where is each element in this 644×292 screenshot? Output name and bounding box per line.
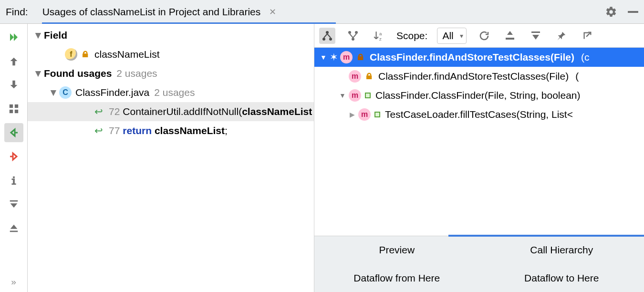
group-icon[interactable] [4,99,23,118]
left-action-gutter: » [0,24,28,292]
callee-hierarchy-icon[interactable] [319,28,335,44]
tab-preview[interactable]: Preview [314,236,479,264]
right-bottom-tabs: Preview Call Hierarchy Dataflow from Her… [314,236,644,292]
chevron-down-icon: ▼ [317,53,330,61]
file-node[interactable]: ▼ C ClassFinder.java 2 usages [28,83,314,102]
close-tab-icon[interactable]: ✕ [269,7,276,17]
more-icon[interactable]: » [11,277,16,287]
field-name: classNameList [94,49,160,60]
svg-rect-6 [11,183,16,185]
right-panel: az Scope: All ▼ [314,24,644,292]
next-occurrence-icon[interactable] [4,147,23,166]
tab-dataflow-from[interactable]: Dataflow from Here [314,264,479,292]
svg-rect-18 [506,38,514,40]
lock-icon: 🔒︎ [81,50,90,60]
svg-point-10 [326,31,329,34]
arrow-down-icon[interactable] [4,75,23,94]
scope-select[interactable]: All [437,28,466,44]
hier-row-3[interactable]: ▼ m ClassFinder.ClassFinder(File, String… [314,86,644,105]
info-icon[interactable] [4,171,23,190]
call-hierarchy-tree: ▼ ✶ m 🔒︎ ClassFinder.findAndStoreTestCla… [314,48,644,236]
usage-line-72[interactable]: ↩ 72 ContainerUtil.addIfNotNull( classNa… [28,102,314,121]
svg-rect-4 [13,177,15,178]
keyword: return [123,125,152,136]
highlighted-usage: classNameList [242,106,312,117]
code-prefix: ContainerUtil.addIfNotNull( [123,106,242,117]
file-name: ClassFinder.java [75,87,149,98]
find-header: Find: Usages of classNameList in Project… [0,0,644,24]
svg-point-13 [352,38,354,41]
method-icon: m [358,108,371,121]
code-suffix: ; [225,125,228,136]
autoscroll-icon[interactable] [502,28,518,44]
refresh-icon[interactable] [476,28,492,44]
find-label: Find: [6,6,40,18]
scope-label: Scope: [396,30,427,42]
chevron-down-icon: ▼ [336,92,349,99]
field-section[interactable]: ▼ Field [28,26,314,45]
tab-dataflow-to[interactable]: Dataflow to Here [479,264,644,292]
method-icon: m [349,89,361,102]
hier-pkg: (c [581,52,590,63]
found-usages-label: Found usages [44,68,112,79]
expand-top-icon[interactable] [4,195,23,214]
svg-text:a: a [379,31,382,36]
export-icon[interactable] [579,28,595,44]
hier-method-name: ClassFinder.ClassFinder(File, String, bo… [375,90,581,101]
arrow-up-icon[interactable] [4,52,23,71]
svg-rect-7 [11,178,14,180]
method-icon: m [340,51,353,63]
hier-pkg: ( [575,71,579,82]
svg-point-11 [322,38,325,41]
expand-bottom-icon[interactable] [4,219,23,238]
svg-text:z: z [379,36,382,41]
lock-icon: 🔒︎ [356,52,365,63]
write-access-icon: ↩ [94,106,103,117]
found-usages-section[interactable]: ▼ Found usages 2 usages [28,64,314,83]
expand-all-icon[interactable] [528,28,544,44]
chevron-down-icon: ▼ [32,68,44,79]
hier-method-name: ClassFinder.findAndStoreTestClasses(File… [378,71,569,82]
find-tab-title[interactable]: Usages of classNameList in Project and L… [40,5,264,19]
public-icon [374,112,380,117]
field-item[interactable]: f 🔒︎ classNameList [28,45,314,64]
svg-point-12 [329,38,332,41]
hier-root-row[interactable]: ▼ ✶ m 🔒︎ ClassFinder.findAndStoreTestCla… [314,48,644,67]
gear-icon[interactable] [605,6,617,18]
svg-rect-9 [10,231,18,232]
usage-line-77[interactable]: ↩ 77 return classNameList ; [28,121,314,140]
public-icon [365,93,371,98]
chevron-down-icon: ▼ [48,87,59,98]
file-usage-count: 2 usages [154,87,195,98]
pin-icon[interactable] [553,28,570,44]
scope-value: All [442,30,453,42]
line-number: 72 [109,106,120,117]
svg-rect-2 [9,110,12,113]
hierarchy-toolbar: az Scope: All [314,24,644,48]
prev-occurrence-icon[interactable] [4,123,23,142]
field-icon: f [65,48,77,61]
highlighted-usage: classNameList [155,125,225,136]
write-access-icon: ↩ [94,125,103,136]
method-icon: m [349,70,361,83]
line-number: 77 [109,125,120,136]
svg-rect-3 [14,110,18,113]
tab-call-hierarchy[interactable]: Call Hierarchy [479,236,644,264]
svg-point-15 [355,31,358,34]
svg-rect-8 [10,200,18,202]
field-section-label: Field [44,30,67,41]
minimize-icon[interactable] [628,11,638,13]
caller-hierarchy-icon[interactable] [345,28,361,44]
usages-tree: ▼ Field f 🔒︎ classNameList ▼ Found usage… [28,24,314,292]
sort-alpha-icon[interactable]: az [371,28,387,44]
hier-row-4[interactable]: ▶ m TestCaseLoader.fillTestCases(String,… [314,105,644,124]
class-icon: C [59,86,72,99]
chevron-right-icon: ▶ [346,111,358,118]
svg-point-14 [348,31,351,34]
active-tab-indicator [448,235,644,237]
rerun-icon[interactable] [4,28,23,47]
svg-rect-19 [531,31,540,33]
found-usages-count: 2 usages [116,68,157,79]
hier-row-2[interactable]: m 🔒︎ ClassFinder.findAndStoreTestClasses… [314,67,644,86]
svg-rect-1 [14,104,18,108]
